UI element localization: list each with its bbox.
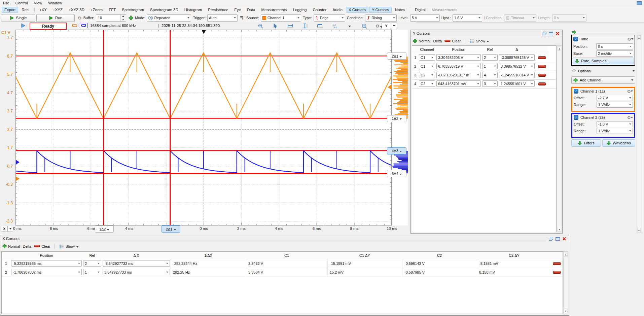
viewbar-item-spectrogram-3d[interactable]: Spectrogram 3D — [147, 7, 181, 13]
channel2-range-select[interactable]: 1 V/div — [597, 128, 633, 134]
viewbar-item-rec-[interactable]: Rec. — [19, 7, 32, 13]
viewbar-item--xyz[interactable]: +XYZ — [50, 7, 65, 13]
measure-horizontal-icon[interactable] — [287, 23, 294, 29]
hysteresis-select[interactable]: 1.6 V — [453, 14, 482, 22]
y-cursor-marker-1Δ2[interactable]: 1Δ2 — [387, 115, 406, 122]
maximize-icon[interactable] — [548, 31, 553, 36]
y-cursor-marker-4Δ3[interactable]: 4Δ3 — [387, 147, 406, 154]
cursor-position-select[interactable]: -1.786287832 ms — [11, 269, 82, 275]
buffer-gear-icon[interactable]: ⚙ — [78, 16, 82, 20]
x-cursors-title-bar[interactable]: X Cursors — [0, 235, 569, 242]
cursor-position-select[interactable]: 643.4163701 mV — [436, 80, 481, 87]
y-clear-button[interactable]: Clear — [444, 39, 461, 43]
add-channel-button[interactable]: Add Channel — [571, 76, 635, 84]
channel1-gear-icon[interactable]: ⚙ — [627, 89, 633, 94]
trigger-select[interactable]: Auto — [207, 14, 238, 22]
plot-area[interactable] — [15, 30, 392, 225]
scroll-down-arrow[interactable]: ▼ — [564, 309, 568, 313]
y-cursor-marker-3Δ4[interactable]: 3Δ4 — [387, 170, 406, 177]
channel2-offset-select[interactable]: -1.8 V — [597, 121, 633, 127]
y-add-normal-button[interactable]: Normal — [413, 39, 430, 43]
restore-icon[interactable] — [541, 31, 547, 36]
timeout-select[interactable]: Timeout — [504, 14, 536, 22]
cursor-ref-select[interactable]: 3 — [482, 80, 498, 87]
cursor-dx-select[interactable]: -3.542927733 ms — [103, 260, 170, 267]
y-panel-scrollbar[interactable]: ▲ ▼ — [557, 45, 562, 232]
viewbar-item--xyz-3d[interactable]: +XYZ 3D — [66, 7, 87, 13]
source-select[interactable]: Channel 1 — [261, 14, 301, 22]
condition-select[interactable]: Rising — [365, 14, 397, 22]
remove-cursor-button[interactable] — [538, 82, 546, 85]
x-cursor-marker-2Δ1[interactable]: 2Δ1 — [162, 225, 180, 233]
viewbar-item-y-cursors[interactable]: Y Cursors — [369, 7, 392, 13]
x-add-normal-button[interactable]: Normal — [2, 244, 20, 248]
remove-cursor-button[interactable] — [538, 56, 546, 59]
channel2-checkbox[interactable]: ✓ — [574, 115, 578, 120]
channel1-offset-select[interactable]: -2.7 V — [597, 95, 633, 101]
x-clear-button[interactable]: Clear — [34, 244, 50, 248]
maximize-icon[interactable] — [555, 237, 560, 241]
remove-cursor-button[interactable] — [553, 271, 561, 274]
remove-cursor-button[interactable] — [553, 262, 561, 265]
channel1-range-select[interactable]: 1 V/div — [597, 102, 633, 108]
wavegens-button[interactable]: Wavegens — [602, 139, 635, 147]
scroll-down-arrow[interactable]: ▼ — [637, 228, 641, 233]
channels-1234-icon[interactable]: 1 23 4 — [331, 23, 338, 29]
c2-ground-marker[interactable] — [16, 160, 20, 165]
y-cursor-marker-2Δ1[interactable]: 2Δ1 — [387, 52, 406, 60]
options-button[interactable]: ⚙ Options — [572, 69, 635, 73]
channel2-gear-icon[interactable]: ⚙ — [627, 115, 633, 120]
remove-cursor-button[interactable] — [538, 65, 546, 68]
zoom-fit-1-icon[interactable] — [257, 23, 264, 29]
y-axis-selector[interactable]: Y — [382, 23, 397, 29]
viewbar-item-counter[interactable]: Counter — [310, 7, 329, 13]
cursor-ref-select[interactable]: 4 — [482, 72, 498, 78]
single-button[interactable]: Single — [1, 14, 35, 22]
measure-corner-icon[interactable] — [316, 23, 324, 29]
mode-select[interactable]: N Repeated — [147, 14, 191, 22]
cursor-delta-select[interactable]: -3.3985765125 V — [499, 54, 535, 61]
y-show-button[interactable]: Show — [470, 39, 489, 43]
scroll-down-arrow[interactable]: ▼ — [558, 227, 561, 232]
cursor-dx-select[interactable]: 3.542927733 ms — [103, 269, 170, 275]
viewbar-item-measurements[interactable]: Measurements — [258, 7, 289, 13]
viewbar-item-logging[interactable]: Logging — [290, 7, 310, 13]
y-cursors-title-bar[interactable]: Y Cursors — [411, 30, 562, 37]
add-mode-icon[interactable] — [129, 15, 133, 20]
time-checkbox[interactable]: ✓ — [573, 37, 578, 41]
zoom-region-icon[interactable] — [361, 23, 368, 29]
x-show-button[interactable]: Show — [59, 244, 78, 248]
channel1-checkbox[interactable]: ✓ — [574, 89, 578, 94]
scroll-up-arrow[interactable]: ▲ — [564, 252, 568, 257]
x-delta-button[interactable]: Delta — [23, 244, 31, 248]
menu-window[interactable]: Window — [45, 1, 65, 5]
viewbar-item-export[interactable]: Export — [2, 7, 18, 13]
remove-cursor-button[interactable] — [538, 74, 546, 77]
viewbar-item-digital[interactable]: Digital — [412, 7, 428, 13]
cursor-delta-select[interactable]: 3.398576512 V — [499, 63, 535, 69]
viewbar-item-notes[interactable]: Notes — [392, 7, 408, 13]
c1-ground-marker[interactable] — [16, 176, 20, 181]
run-button[interactable]: Run — [36, 14, 75, 22]
buffer-spin-arrows[interactable] — [120, 15, 126, 21]
close-icon[interactable] — [555, 31, 560, 36]
collapse-arrow-icon[interactable] — [571, 30, 577, 35]
cursor-ref-select[interactable]: 1 — [83, 269, 101, 275]
viewbar-item--zoom[interactable]: +Zoom — [88, 7, 105, 13]
x-axis-selector[interactable]: X — [1, 226, 13, 232]
menu-control[interactable]: Control — [12, 1, 31, 5]
cursor-channel-select[interactable]: C1 — [419, 54, 435, 61]
type-select[interactable]: Edge — [314, 14, 345, 22]
cursor-ref-select[interactable]: 1 — [482, 63, 498, 69]
restore-icon[interactable] — [548, 237, 553, 241]
cursor-position-select[interactable]: -602.135231317 m — [436, 72, 481, 78]
trigger-tool-icon[interactable] — [240, 15, 245, 20]
buffer-spinner[interactable]: 10 — [96, 14, 126, 22]
x-panel-scrollbar[interactable]: ▲ ▼ — [563, 251, 568, 314]
viewbar-item--xy[interactable]: +XY — [37, 7, 49, 13]
scroll-up-arrow[interactable]: ▲ — [637, 35, 641, 40]
time-position-select[interactable]: 0 s — [596, 43, 633, 49]
viewbar-item-x-cursors[interactable]: X Cursors — [346, 7, 368, 13]
close-icon[interactable] — [562, 237, 567, 241]
menu-view[interactable]: View — [31, 1, 45, 5]
